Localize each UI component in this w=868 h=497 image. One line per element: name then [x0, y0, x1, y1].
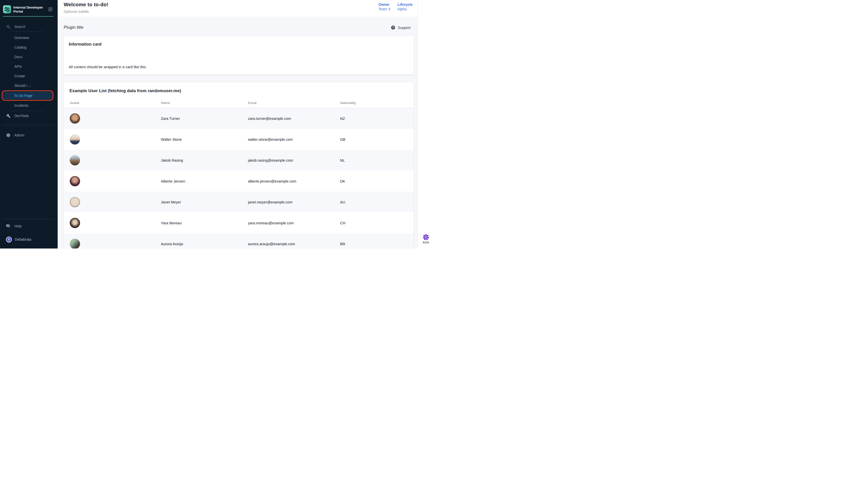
sidebar-item-incidents[interactable]: Incidents	[0, 101, 58, 110]
user-list-title: Example User List (fetching data from ra…	[64, 82, 414, 94]
sidebar-accent-divider	[3, 16, 53, 17]
sidebar-nav: OverviewCatalogDocsAPIsCreateShould I ..…	[0, 32, 58, 110]
portal-title: Internal Developer Portal	[13, 5, 45, 14]
table-row: Janet Meyerjanet.meyer@example.comAU	[64, 191, 414, 213]
user-nationality-cell: NL	[340, 158, 414, 162]
page-title: Welcome to to-do!	[64, 2, 108, 8]
svg-text:?: ?	[392, 26, 394, 29]
user-email-cell: aurora.araujo@example.com	[248, 242, 340, 246]
lifecycle-meta: Lifecycle Alpha	[397, 2, 413, 11]
user-name-cell: Zara Turner	[161, 117, 248, 120]
support-button[interactable]: ? Support	[391, 25, 410, 30]
table-row: Yara Moreauyara.moreau@example.comCH	[64, 213, 414, 233]
search-label: Search	[14, 25, 26, 29]
column-header-avatar: Avatar	[70, 101, 161, 105]
user-nationality-cell: GB	[340, 138, 414, 142]
user-nationality-cell: CH	[340, 221, 414, 225]
user-email-cell: alberte.jensen@example.com	[248, 179, 340, 183]
table-row: Walter Stonewalter.stone@example.comGB	[64, 129, 414, 150]
user-avatar: D	[6, 237, 12, 242]
table-row: Alberte Jensenalberte.jensen@example.com…	[64, 171, 414, 191]
question-circle-icon: ?	[391, 25, 395, 30]
information-card: Information card All content should be w…	[64, 36, 414, 74]
search-icon	[6, 25, 11, 29]
avatar	[70, 239, 80, 248]
column-header-email: Email	[248, 101, 340, 105]
table-header-row: Avatar Name Email Nationality	[64, 94, 414, 108]
aida-flower-icon	[422, 233, 430, 241]
owner-value[interactable]: Team X	[379, 7, 390, 11]
information-card-title: Information card	[64, 36, 414, 46]
sidebar-item-to-do-page[interactable]: To Do Page	[3, 91, 52, 99]
column-header-name: Name	[161, 101, 248, 105]
owner-meta: Owner Team X	[379, 2, 390, 11]
app-root: Internal Developer Portal Search Overvie…	[0, 0, 434, 248]
lifecycle-label[interactable]: Lifecycle	[397, 2, 413, 6]
support-label: Support	[398, 26, 410, 30]
avatar	[70, 155, 80, 166]
user-nationality-cell: BR	[340, 242, 414, 246]
sidebar-item-search[interactable]: Search	[0, 22, 58, 31]
user-email-cell: walter.stone@example.com	[248, 138, 340, 142]
avatar	[70, 134, 80, 144]
sidebar-item-devtools[interactable]: DevTools	[0, 111, 58, 120]
apps-grid-icon[interactable]	[48, 7, 52, 12]
user-name-cell: Walter Stone	[161, 138, 248, 142]
sidebar-item-admin[interactable]: Admin	[0, 130, 58, 140]
sidebar: Internal Developer Portal Search Overvie…	[0, 0, 58, 248]
table-row: Aurora Araújoaurora.araujo@example.comBR	[64, 233, 414, 248]
user-name-cell: Janet Meyer	[161, 200, 248, 204]
user-nationality-cell: DK	[340, 179, 414, 183]
sidebar-item-apis[interactable]: APIs	[0, 62, 58, 71]
aida-widget[interactable]: AIDA	[418, 233, 434, 244]
table-row: Jakob Rasingjakob.rasing@example.comNL	[64, 150, 414, 171]
user-email-cell: zara.turner@example.com	[248, 117, 340, 120]
avatar	[70, 197, 80, 207]
sidebar-bottom: ? Help D Debabrata	[0, 219, 58, 248]
gear-icon	[6, 133, 11, 138]
avatar	[70, 176, 80, 186]
lifecycle-value[interactable]: Alpha	[397, 7, 413, 11]
sidebar-item-catalog[interactable]: Catalog	[0, 43, 58, 52]
user-name-cell: Jakob Rasing	[161, 158, 248, 162]
avatar	[70, 218, 80, 228]
sidebar-header: Internal Developer Portal	[0, 0, 58, 16]
active-item-highlight-ring: To Do Page	[2, 90, 53, 101]
user-email-cell: yara.moreau@example.com	[248, 221, 340, 225]
right-strip: AIDA	[418, 0, 434, 248]
portal-logo-icon[interactable]	[3, 5, 11, 13]
owner-label[interactable]: Owner	[379, 2, 390, 6]
user-name-cell: Yara Moreau	[161, 221, 248, 225]
page-subtitle: Optional subtitle	[64, 10, 89, 14]
user-nationality-cell: AU	[340, 200, 414, 204]
page-header: Welcome to to-do! Optional subtitle Owne…	[58, 0, 418, 17]
chat-question-icon: ?	[6, 224, 11, 228]
user-table-body: Zara Turnerzara.turner@example.comNZWalt…	[64, 108, 414, 248]
wrench-icon	[6, 114, 11, 118]
user-list-card: Example User List (fetching data from ra…	[64, 82, 414, 248]
header-meta: Owner Team X Lifecycle Alpha	[379, 2, 413, 11]
content-area: Plugin title ? Support Information card …	[58, 17, 418, 248]
aida-label: AIDA	[423, 241, 429, 244]
sidebar-item-overview[interactable]: Overview	[0, 33, 58, 43]
user-name-cell: Alberte Jensen	[161, 179, 248, 183]
sidebar-item-docs[interactable]: Docs	[0, 52, 58, 62]
user-name-cell: Aurora Araújo	[161, 242, 248, 246]
devtools-label: DevTools	[14, 114, 29, 118]
sidebar-item-help[interactable]: ? Help	[0, 221, 58, 231]
table-row: Zara Turnerzara.turner@example.comNZ	[64, 108, 414, 129]
column-header-nationality: Nationality	[340, 101, 414, 105]
sidebar-item-create[interactable]: Create	[0, 71, 58, 81]
plugin-title: Plugin title	[64, 25, 83, 30]
sidebar-user[interactable]: D Debabrata	[0, 235, 58, 244]
avatar	[70, 113, 80, 124]
sidebar-item-should-i[interactable]: Should I ...	[0, 81, 58, 90]
user-nationality-cell: NZ	[340, 117, 414, 120]
user-name: Debabrata	[15, 238, 31, 241]
help-label: Help	[14, 224, 21, 228]
user-email-cell: janet.meyer@example.com	[248, 200, 340, 204]
information-card-body: All content should be wrapped in a card …	[69, 65, 147, 69]
admin-label: Admin	[14, 133, 25, 137]
svg-text:?: ?	[7, 224, 9, 227]
user-email-cell: jakob.rasing@example.com	[248, 158, 340, 162]
